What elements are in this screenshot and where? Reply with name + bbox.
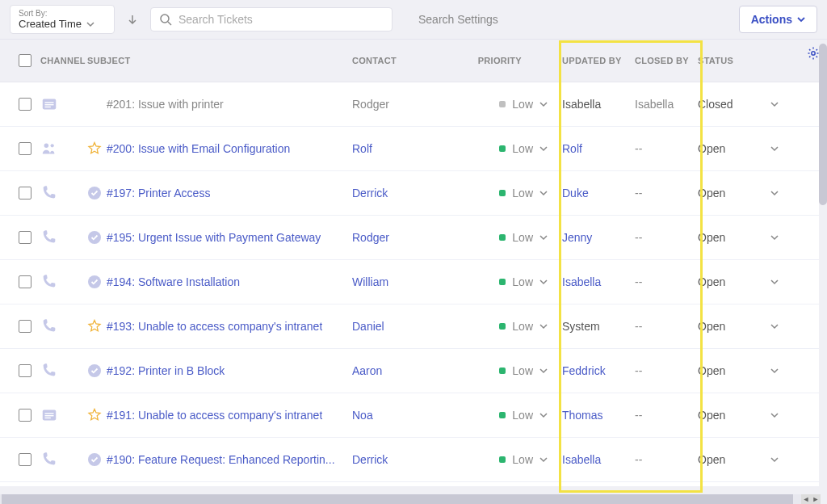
star-icon (87, 408, 102, 422)
subject-link[interactable]: #197: Printer Access (107, 187, 210, 200)
table-row[interactable]: #197: Printer AccessDerrickLowDuke--Open (0, 171, 827, 216)
priority-cell[interactable]: Low (464, 453, 562, 466)
row-checkbox[interactable] (19, 98, 31, 111)
priority-cell[interactable]: Low (464, 409, 562, 422)
table-row[interactable]: #193: Unable to access company's intrane… (0, 304, 827, 349)
table-row[interactable]: #190: Feature Request: Enhanced Reportin… (0, 438, 827, 482)
row-checkbox[interactable] (19, 320, 31, 333)
subject-link[interactable]: #194: Software Installation (107, 275, 240, 288)
status-cell[interactable]: Open (698, 364, 779, 377)
contact-link[interactable]: Daniel (352, 320, 464, 333)
priority-cell[interactable]: Low (464, 142, 562, 155)
updated-by-link[interactable]: Feddrick (562, 364, 635, 377)
subject-link[interactable]: #190: Feature Request: Enhanced Reportin… (107, 453, 335, 466)
subject-link[interactable]: #200: Issue with Email Configuration (107, 142, 290, 155)
table-row[interactable]: #195: Urgent Issue with Payment GatewayR… (0, 216, 827, 260)
table-row[interactable]: #201: Issue with printerRodgerLowIsabell… (0, 82, 827, 127)
priority-label: Low (512, 275, 533, 288)
ticket-list: #201: Issue with printerRodgerLowIsabell… (0, 82, 827, 486)
table-row[interactable]: #189: Network IssueDerrickLowJenny--Open (0, 482, 827, 486)
select-all-checkbox[interactable] (19, 54, 31, 67)
subject-link[interactable]: #201: Issue with printer (107, 98, 224, 111)
updated-by-link[interactable]: Duke (562, 187, 635, 200)
search-icon (159, 13, 172, 26)
status-cell[interactable]: Open (698, 453, 779, 466)
contact-link[interactable]: Rodger (352, 231, 464, 244)
subject-link[interactable]: #192: Printer in B Block (107, 364, 225, 377)
status-cell[interactable]: Open (698, 320, 779, 333)
contact-link[interactable]: Rodger (352, 98, 464, 111)
table-row[interactable]: #200: Issue with Email ConfigurationRolf… (0, 127, 827, 171)
row-checkbox[interactable] (19, 409, 31, 422)
chevron-down-icon (539, 100, 548, 108)
priority-dot (499, 145, 506, 152)
priority-cell[interactable]: Low (464, 231, 562, 244)
status-cell[interactable]: Open (698, 142, 779, 155)
scroll-left-icon[interactable]: ◄ (801, 494, 811, 504)
doc-icon (40, 406, 58, 424)
column-channel[interactable]: CHANNEL (40, 56, 87, 65)
search-box[interactable] (150, 7, 393, 32)
subject-link[interactable]: #191: Unable to access company's intrane… (107, 409, 322, 422)
column-priority[interactable]: PRIORITY (464, 56, 562, 65)
row-checkbox[interactable] (19, 275, 31, 288)
updated-by-link[interactable]: Isabella (562, 275, 635, 288)
column-updated-by[interactable]: UPDATED BY (562, 56, 635, 65)
updated-by-link[interactable]: Thomas (562, 409, 635, 422)
subject-cell: #193: Unable to access company's intrane… (87, 319, 352, 334)
row-checkbox[interactable] (19, 142, 31, 155)
horizontal-scrollbar[interactable]: ◄ ► (0, 494, 821, 504)
chevron-down-icon (539, 367, 548, 375)
status-cell[interactable]: Open (698, 409, 779, 422)
row-checkbox[interactable] (19, 364, 31, 377)
phone-icon (40, 184, 58, 202)
column-contact[interactable]: CONTACT (352, 56, 464, 65)
contact-link[interactable]: Noa (352, 409, 464, 422)
contact-link[interactable]: Aaron (352, 364, 464, 377)
star-icon (87, 141, 102, 156)
row-checkbox[interactable] (19, 231, 31, 244)
updated-by-link[interactable]: Isabella (562, 453, 635, 466)
column-subject[interactable]: SUBJECT (87, 56, 352, 65)
scroll-right-icon[interactable]: ► (811, 494, 821, 504)
table-header: CHANNEL SUBJECT CONTACT PRIORITY UPDATED… (0, 39, 827, 82)
svg-rect-5 (45, 107, 51, 107)
actions-button[interactable]: Actions (739, 6, 817, 33)
contact-link[interactable]: Derrick (352, 453, 464, 466)
contact-link[interactable]: Rolf (352, 142, 464, 155)
doc-icon (40, 95, 58, 113)
search-input[interactable] (178, 13, 384, 26)
vertical-scrollbar[interactable] (819, 42, 827, 494)
column-closed-by[interactable]: CLOSED BY (635, 56, 698, 65)
table-row[interactable]: #192: Printer in B BlockAaronLowFeddrick… (0, 349, 827, 393)
star-icon (87, 319, 102, 334)
updated-by-link[interactable]: Jenny (562, 231, 635, 244)
subject-link[interactable]: #193: Unable to access company's intrane… (107, 320, 322, 333)
contact-link[interactable]: Derrick (352, 187, 464, 200)
table-row[interactable]: #191: Unable to access company's intrane… (0, 393, 827, 438)
contact-link[interactable]: William (352, 275, 464, 288)
status-cell[interactable]: Open (698, 231, 779, 244)
row-checkbox[interactable] (19, 453, 31, 466)
subject-link[interactable]: #195: Urgent Issue with Payment Gateway (107, 231, 321, 244)
priority-cell[interactable]: Low (464, 364, 562, 377)
sort-value: Created Time (19, 18, 106, 30)
priority-cell[interactable]: Low (464, 187, 562, 200)
table-row[interactable]: #194: Software InstallationWilliamLowIsa… (0, 260, 827, 304)
updated-by-link[interactable]: Rolf (562, 142, 635, 155)
closed-by-value: Isabella (635, 98, 698, 111)
search-settings-link[interactable]: Search Settings (399, 13, 518, 26)
priority-label: Low (512, 231, 533, 244)
sort-dropdown[interactable]: Sort By: Created Time (10, 5, 115, 34)
column-status[interactable]: STATUS (698, 56, 779, 65)
status-cell[interactable]: Open (698, 187, 779, 200)
priority-cell[interactable]: Low (464, 275, 562, 288)
priority-cell[interactable]: Low (464, 98, 562, 111)
sort-direction-button[interactable] (121, 8, 144, 31)
status-cell[interactable]: Open (698, 275, 779, 288)
priority-cell[interactable]: Low (464, 320, 562, 333)
priority-dot (499, 323, 506, 330)
status-cell[interactable]: Closed (698, 98, 779, 111)
check-icon (87, 186, 102, 200)
row-checkbox[interactable] (19, 187, 31, 200)
